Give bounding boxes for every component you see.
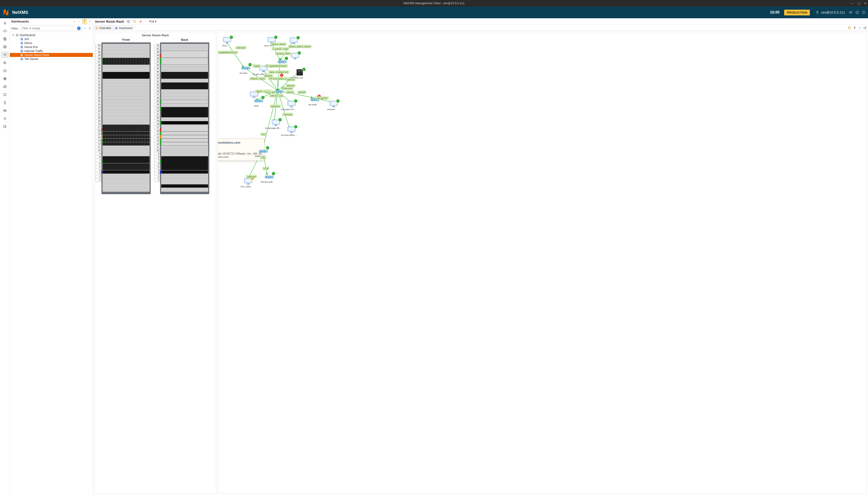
svg-rect-118: [333, 106, 335, 107]
os-title-bar: NetXMS Management Client - zev@10.5.5.11…: [0, 0, 868, 6]
settings-sliders-icon[interactable]: [849, 11, 853, 14]
rail-briefcase-icon[interactable]: [1, 67, 9, 74]
svg-rect-123: [288, 128, 294, 131]
rack-device[interactable]: [161, 83, 208, 89]
rail-stack-icon[interactable]: [1, 36, 9, 42]
tree-item[interactable]: AIX: [10, 37, 93, 41]
tab-overview[interactable]: Overview: [94, 25, 114, 30]
rail-bell-icon[interactable]: [1, 20, 9, 26]
map-node[interactable]: ✓: [289, 52, 301, 60]
tab-dashboard[interactable]: Dashboard: [114, 25, 135, 30]
nav-forward-icon[interactable]: [77, 20, 81, 23]
window-close-icon[interactable]: ✕: [864, 2, 867, 5]
rack-device[interactable]: [161, 184, 208, 188]
rack-device[interactable]: [103, 156, 150, 163]
user-block[interactable]: zev@10.5.5.111: [816, 11, 845, 14]
rail-library-icon[interactable]: [1, 59, 9, 66]
rack-device[interactable]: [103, 163, 150, 170]
rack-device[interactable]: [161, 132, 208, 135]
rack-front[interactable]: 4241403938373635343332313029282726252423…: [101, 42, 151, 194]
rail-cloud-icon[interactable]: [1, 28, 9, 34]
map-node[interactable]: ✓ilo-power710.office…: [286, 100, 297, 110]
rail-monitor-icon[interactable]: [1, 91, 9, 98]
svg-rect-77: [226, 42, 228, 44]
rail-export-icon[interactable]: [1, 123, 9, 130]
rack-device[interactable]: [161, 51, 208, 58]
rack-card[interactable]: Server Room Rack Front 42414039383736353…: [95, 32, 216, 494]
rack-device[interactable]: [103, 132, 150, 135]
tree-root[interactable]: ▾ Dashboards: [10, 33, 93, 37]
rack-device[interactable]: [161, 107, 208, 117]
poll-menu[interactable]: Poll ▾: [149, 20, 156, 23]
rail-phone-icon[interactable]: [1, 99, 9, 106]
filter-clear-icon[interactable]: [83, 27, 87, 30]
help-icon[interactable]: [855, 11, 859, 14]
rack-device[interactable]: [103, 170, 150, 174]
rack-device[interactable]: [161, 72, 208, 79]
network-map-card[interactable]: esx1.office.radensolutions.com NORMAL 10…: [218, 32, 867, 494]
rack-device[interactable]: [103, 139, 150, 142]
info-icon[interactable]: [862, 11, 866, 14]
rack-device[interactable]: [161, 139, 208, 142]
subtabs: Overview Dashboard: [93, 25, 868, 31]
rack-device[interactable]: [103, 58, 150, 65]
edge-label: vlan4, sf ether4 is3: [268, 70, 289, 73]
tree-item[interactable]: Demo: [10, 41, 93, 45]
map-node[interactable]: ✓wall.office.radensol…: [294, 68, 305, 79]
collapse-icon[interactable]: [88, 20, 91, 23]
map-node[interactable]: ✓ilo-storage.office.ra…: [270, 119, 282, 129]
map-node[interactable]: ✓Switch eb:…: [258, 147, 269, 157]
toolbar-delete-icon[interactable]: [139, 20, 142, 23]
rail-toolbox-icon[interactable]: [1, 107, 9, 114]
rack-device[interactable]: [161, 58, 208, 65]
window-minimize-icon[interactable]: —: [851, 2, 854, 5]
rack-device[interactable]: [103, 72, 150, 79]
rack-back[interactable]: 4241403938373635343332313029282726252423…: [160, 42, 209, 194]
rack-device[interactable]: [161, 142, 208, 146]
rack-device[interactable]: [103, 135, 150, 138]
popout-icon[interactable]: [863, 26, 867, 30]
window-maximize-icon[interactable]: ▢: [857, 2, 860, 5]
rack-device[interactable]: [161, 121, 208, 124]
tree-item[interactable]: Server Room Rack: [10, 53, 93, 57]
rack-device[interactable]: [161, 156, 208, 170]
svg-rect-120: [273, 121, 279, 124]
tree-item[interactable]: Internet Traffic: [10, 49, 93, 53]
toolbar-edit-icon[interactable]: [133, 20, 136, 23]
filter-toggle-icon[interactable]: [83, 19, 87, 24]
map-node[interactable]: ✓sw-rack: [240, 64, 252, 74]
rail-map-icon[interactable]: [1, 44, 9, 50]
toolbar-grid-icon[interactable]: [126, 20, 130, 23]
pin-save-icon[interactable]: [848, 26, 851, 30]
map-node[interactable]: ✓RS-B2A15E: [263, 173, 275, 183]
map-node[interactable]: PAC-2200: [242, 177, 254, 188]
map-node[interactable]: ✓envmon: [328, 100, 339, 110]
rack-device[interactable]: [161, 170, 208, 174]
map-node[interactable]: ✓GNS: [253, 97, 264, 107]
tooltip-ip: 10.5.4.21: [218, 149, 262, 152]
nav-back-icon[interactable]: [72, 20, 76, 23]
filter-input[interactable]: [20, 26, 82, 31]
tree-item[interactable]: Tile Server: [10, 57, 93, 61]
rack-device[interactable]: [161, 125, 208, 132]
filter-remove-icon[interactable]: [88, 27, 91, 30]
rack-device[interactable]: [161, 100, 208, 103]
header-time: 16:00: [770, 10, 780, 15]
tree[interactable]: ▾ Dashboards AIXDemoHome EnvInternet Tra…: [10, 32, 93, 495]
tree-item[interactable]: Home Env: [10, 45, 93, 49]
rail-gauge-icon[interactable]: [1, 52, 9, 58]
pin-icon[interactable]: [853, 26, 856, 30]
svg-rect-86: [279, 62, 280, 62]
map-node[interactable]: ✓PDU: [221, 36, 233, 47]
rack-device[interactable]: [161, 135, 208, 138]
chevron-down-icon[interactable]: [858, 26, 862, 30]
rack-device[interactable]: [103, 142, 150, 146]
filter-info-icon[interactable]: i: [77, 27, 81, 30]
rail-gear-icon[interactable]: [1, 115, 9, 122]
map-node[interactable]: ✓ilo-esx2.office.rade…: [286, 126, 297, 136]
map-node[interactable]: ✓: [288, 37, 300, 45]
user-icon: [816, 11, 819, 14]
rack-device[interactable]: [103, 125, 150, 132]
rail-globe-icon[interactable]: [1, 75, 9, 82]
rail-chart-icon[interactable]: [1, 83, 9, 90]
